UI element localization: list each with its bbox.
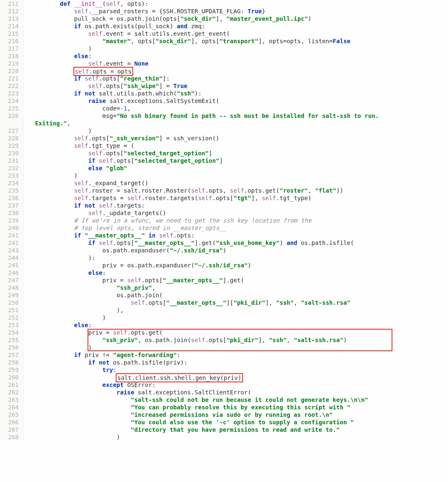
fold-marker[interactable] bbox=[24, 321, 32, 329]
fold-marker[interactable] bbox=[24, 135, 32, 142]
fold-marker[interactable] bbox=[24, 67, 32, 75]
code-line[interactable]: self.__parsed_rosters = {SSH.ROSTER_UPDA… bbox=[32, 7, 448, 15]
fold-marker[interactable] bbox=[24, 336, 32, 344]
code-line[interactable]: self.opts = opts bbox=[32, 67, 448, 75]
code-line[interactable]: os.path.expanduser("~/.ssh/id_rsa") bbox=[32, 247, 448, 254]
fold-marker[interactable] bbox=[24, 0, 32, 7]
fold-marker[interactable] bbox=[24, 418, 32, 426]
fold-marker[interactable] bbox=[24, 314, 32, 321]
code-line[interactable]: else: bbox=[32, 52, 448, 60]
code-line[interactable]: self.tgt_type = ( bbox=[32, 142, 448, 149]
fold-marker[interactable] bbox=[24, 299, 32, 306]
code-line[interactable]: msg="No ssh binary found in path -- ssh … bbox=[32, 112, 448, 120]
fold-marker[interactable] bbox=[24, 239, 32, 247]
fold-marker[interactable] bbox=[24, 179, 32, 187]
fold-marker[interactable] bbox=[24, 45, 32, 52]
code-line[interactable]: # top level opts, stored in __master_opt… bbox=[32, 224, 448, 232]
fold-marker[interactable] bbox=[24, 187, 32, 194]
fold-marker[interactable] bbox=[24, 202, 32, 209]
fold-marker[interactable] bbox=[24, 30, 32, 37]
fold-marker[interactable] bbox=[24, 217, 32, 224]
code-line[interactable]: self.opts["ssh_wipe"] = True bbox=[32, 82, 448, 90]
code-line[interactable]: "increased permissions via sudo or by ru… bbox=[32, 411, 448, 418]
code-line[interactable]: ) bbox=[32, 172, 448, 179]
code-line[interactable]: pull_sock = os.path.join(opts["sock_dir"… bbox=[32, 15, 448, 22]
fold-marker[interactable] bbox=[24, 366, 32, 374]
code-line[interactable]: priv = os.path.expanduser("~/.ssh/id_rsa… bbox=[32, 262, 448, 269]
code-line[interactable]: "directory that you have permissions to … bbox=[32, 426, 448, 433]
code-line[interactable]: if os.path.exists(pull_sock) and zmq: bbox=[32, 22, 448, 30]
fold-marker[interactable] bbox=[24, 209, 32, 217]
fold-marker[interactable] bbox=[24, 157, 32, 164]
code-line[interactable]: ) bbox=[32, 45, 448, 52]
fold-marker[interactable] bbox=[24, 426, 32, 433]
code-line[interactable]: if not self.targets: bbox=[32, 202, 448, 209]
fold-marker[interactable] bbox=[24, 262, 32, 269]
fold-marker[interactable] bbox=[24, 164, 32, 172]
code-line[interactable]: ) bbox=[32, 433, 448, 441]
code-line[interactable]: self._expand_target() bbox=[32, 179, 448, 187]
code-line[interactable]: priv = self.opts.get( bbox=[32, 329, 448, 336]
fold-marker[interactable] bbox=[24, 389, 32, 396]
code-line[interactable]: ): bbox=[32, 254, 448, 262]
fold-marker[interactable] bbox=[24, 433, 32, 441]
fold-marker[interactable] bbox=[24, 306, 32, 314]
code-line[interactable]: priv = self.opts["__master_opts__"].get( bbox=[32, 276, 448, 284]
fold-marker[interactable] bbox=[24, 60, 32, 67]
code-line[interactable]: def __init__(self, opts): bbox=[32, 0, 448, 7]
fold-marker[interactable] bbox=[24, 396, 32, 404]
code-editor-content[interactable]: def __init__(self, opts): self.__parsed_… bbox=[32, 0, 448, 441]
code-line[interactable]: self.opts["_ssh_version"] = ssh_version(… bbox=[32, 135, 448, 142]
fold-marker[interactable] bbox=[24, 142, 32, 149]
fold-marker[interactable] bbox=[24, 82, 32, 90]
fold-marker[interactable] bbox=[24, 22, 32, 30]
code-line[interactable]: code=-1, bbox=[32, 105, 448, 112]
code-line[interactable]: self.opts["selected_target_option"] bbox=[32, 149, 448, 157]
fold-marker[interactable] bbox=[24, 224, 32, 232]
fold-marker[interactable] bbox=[24, 276, 32, 284]
fold-marker[interactable] bbox=[24, 351, 32, 359]
code-line[interactable]: if "__master_opts__" in self.opts: bbox=[32, 232, 448, 239]
code-line[interactable]: else: bbox=[32, 269, 448, 276]
code-line[interactable]: "You could also use the '-c' option to s… bbox=[32, 418, 448, 426]
code-line[interactable]: if self.opts["regen_thin"]: bbox=[32, 75, 448, 82]
fold-marker[interactable] bbox=[24, 254, 32, 262]
fold-marker[interactable] bbox=[24, 284, 32, 291]
code-line[interactable]: self.targets = self.roster.targets(self.… bbox=[32, 194, 448, 202]
code-line[interactable]: os.path.join( bbox=[32, 291, 448, 299]
code-line[interactable]: else "glob" bbox=[32, 164, 448, 172]
fold-marker[interactable] bbox=[24, 344, 32, 351]
code-line[interactable]: "ssh_priv", os.path.join(self.opts["pki_… bbox=[32, 336, 448, 344]
fold-marker[interactable] bbox=[24, 7, 32, 15]
fold-marker[interactable] bbox=[24, 105, 32, 112]
code-line[interactable]: if not os.path.isfile(priv): bbox=[32, 359, 448, 366]
fold-marker[interactable] bbox=[24, 404, 32, 411]
code-line[interactable]: ), bbox=[32, 306, 448, 314]
code-line[interactable]: self.opts["__master_opts__"]["pki_dir"],… bbox=[32, 299, 448, 306]
fold-marker[interactable] bbox=[24, 232, 32, 239]
code-line-wrap[interactable]: Exiting.", bbox=[32, 120, 448, 127]
code-line[interactable]: try: bbox=[32, 366, 448, 374]
code-line[interactable]: ) bbox=[32, 314, 448, 321]
code-line[interactable]: if not salt.utils.path.which("ssh"): bbox=[32, 90, 448, 97]
code-line[interactable]: if self.opts["selected_target_option"] bbox=[32, 157, 448, 164]
fold-marker[interactable] bbox=[24, 52, 32, 60]
fold-marker[interactable] bbox=[24, 149, 32, 157]
fold-marker[interactable] bbox=[24, 291, 32, 299]
code-line[interactable]: "You can probably resolve this by execut… bbox=[32, 404, 448, 411]
fold-marker[interactable] bbox=[24, 15, 32, 22]
fold-marker[interactable] bbox=[24, 411, 32, 418]
fold-marker[interactable] bbox=[24, 97, 32, 105]
code-line[interactable]: # If we're in a wfunc, we need to get th… bbox=[32, 217, 448, 224]
code-line[interactable]: ) bbox=[32, 344, 448, 351]
code-line[interactable]: if priv != "agent-forwarding": bbox=[32, 351, 448, 359]
fold-marker[interactable] bbox=[24, 90, 32, 97]
code-line[interactable]: raise salt.exceptions.SaltClientError( bbox=[32, 389, 448, 396]
code-line[interactable]: self.roster = salt.roster.Roster(self.op… bbox=[32, 187, 448, 194]
code-line[interactable]: "salt-ssh could not be run because it co… bbox=[32, 396, 448, 404]
fold-marker[interactable] bbox=[24, 374, 32, 381]
code-line[interactable]: self.event = None bbox=[32, 60, 448, 67]
fold-marker[interactable] bbox=[24, 37, 32, 45]
code-line[interactable]: self.event = salt.utils.event.get_event( bbox=[32, 30, 448, 37]
code-line[interactable]: else: bbox=[32, 321, 448, 329]
